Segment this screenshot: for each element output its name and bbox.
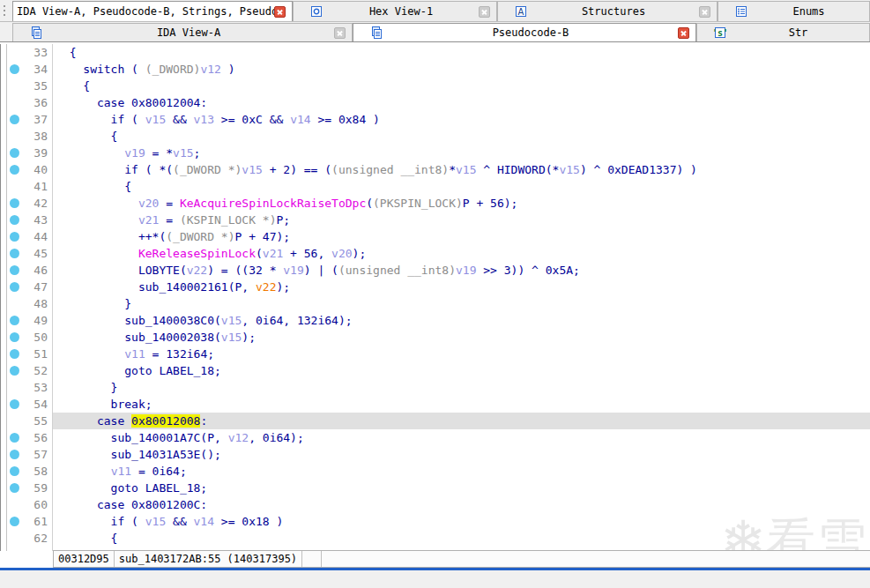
code-pane[interactable]: 33 {34 switch ( (_DWORD)v12 )35 {36 case… [0,44,870,551]
code-text[interactable]: { [53,78,870,94]
tab-structures[interactable]: AStructures [497,1,718,21]
code-text[interactable]: if ( v15 && v14 >= 0x18 ) [53,513,870,530]
code-text[interactable]: } [53,295,870,312]
code-text[interactable]: { [53,44,870,61]
breakpoint-gutter[interactable] [7,396,23,413]
breakpoint-gutter[interactable] [7,279,23,295]
code-line[interactable]: 40 if ( *((_DWORD *)v15 + 2) == ((unsign… [0,161,870,178]
breakpoint-gutter[interactable] [7,94,23,111]
breakpoint-dot[interactable] [10,232,19,242]
breakpoint-dot[interactable] [10,349,19,359]
code-line[interactable]: 53 } [0,379,870,396]
code-line[interactable]: 45 KeReleaseSpinLock(v21 + 56, v20); [0,245,870,262]
code-line[interactable]: 34 switch ( (_DWORD)v12 ) [0,61,870,78]
tab-ida-view-a[interactable]: IDA View-A [12,23,353,41]
code-line[interactable]: 56 sub_140001A7C(P, v12, 0i64); [0,429,870,446]
breakpoint-gutter[interactable] [7,295,23,312]
code-text[interactable]: goto LABEL_18; [53,362,870,379]
breakpoint-gutter[interactable] [7,78,23,94]
breakpoint-gutter[interactable] [7,530,23,547]
code-text[interactable]: sub_140001A7C(P, v12, 0i64); [53,429,870,446]
code-line[interactable]: 61 if ( v15 && v14 >= 0x18 ) [0,513,870,530]
code-text[interactable]: break; [53,396,870,413]
breakpoint-gutter[interactable] [7,463,23,480]
code-text[interactable]: sub_140002161(P, v22); [53,279,870,295]
code-line[interactable]: 36 case 0x80012004: [0,94,870,111]
code-text[interactable]: if ( v15 && v13 >= 0xC && v14 >= 0x84 ) [53,111,870,128]
code-line[interactable]: 60 case 0x8001200C: [0,496,870,513]
breakpoint-dot[interactable] [10,215,19,225]
breakpoint-gutter[interactable] [7,362,23,379]
breakpoint-gutter[interactable] [7,312,23,329]
tab-ida-view-a-pseudocode-b-strings-pseudocode-a[interactable]: IDA View-A, Pseudocode-B, Strings, Pseud… [12,1,293,21]
breakpoint-gutter[interactable] [7,228,23,245]
code-text[interactable]: { [53,128,870,145]
breakpoint-gutter[interactable] [7,446,23,463]
code-text[interactable]: sub_1400038C0(v15, 0i64, 132i64); [53,312,870,329]
code-line[interactable]: 39 v19 = *v15; [0,145,870,161]
breakpoint-gutter[interactable] [7,161,23,178]
toolbar-grip[interactable] [0,0,12,21]
breakpoint-dot[interactable] [10,366,19,376]
breakpoint-dot[interactable] [10,466,19,476]
code-line[interactable]: 42 v20 = KeAcquireSpinLockRaiseToDpc((PK… [0,195,870,212]
breakpoint-gutter[interactable] [7,413,23,429]
breakpoint-gutter[interactable] [7,145,23,161]
breakpoint-gutter[interactable] [7,480,23,496]
close-icon[interactable] [274,6,286,18]
breakpoint-dot[interactable] [10,165,19,175]
close-icon[interactable] [334,27,346,39]
code-line[interactable]: 62 { [0,530,870,547]
toolbar-grip[interactable] [0,22,12,41]
code-line[interactable]: 48 } [0,295,870,312]
code-line[interactable]: 49 sub_1400038C0(v15, 0i64, 132i64); [0,312,870,329]
close-icon[interactable] [479,6,490,18]
tab-pseudocode-b[interactable]: Pseudocode-B [353,23,696,41]
breakpoint-gutter[interactable] [7,513,23,530]
breakpoint-gutter[interactable] [7,245,23,262]
breakpoint-dot[interactable] [10,148,19,158]
tab-str[interactable]: 's'Str [696,23,870,41]
code-line[interactable]: 43 v21 = (KSPIN_LOCK *)P; [0,212,870,228]
code-text[interactable]: switch ( (_DWORD)v12 ) [53,61,870,78]
breakpoint-dot[interactable] [10,249,19,258]
code-line[interactable]: 59 goto LABEL_18; [0,480,870,496]
code-text[interactable]: ++*((_DWORD *)P + 47); [53,228,870,245]
code-text[interactable]: case 0x80012008: [53,413,870,429]
code-line[interactable]: 46 LOBYTE(v22) = ((32 * v19) | ((unsigne… [0,262,870,279]
breakpoint-dot[interactable] [10,517,19,526]
code-line[interactable]: 41 { [0,178,870,195]
code-line[interactable]: 35 { [0,78,870,94]
close-icon[interactable] [678,27,689,39]
code-text[interactable]: } [53,379,870,396]
code-line[interactable]: 38 { [0,128,870,145]
breakpoint-dot[interactable] [10,483,19,493]
breakpoint-gutter[interactable] [7,496,23,513]
code-text[interactable]: v19 = *v15; [53,145,870,161]
code-line[interactable]: 54 break; [0,396,870,413]
code-line[interactable]: 33 { [0,44,870,61]
breakpoint-gutter[interactable] [7,44,23,61]
breakpoint-dot[interactable] [10,198,19,208]
code-text[interactable]: v11 = 132i64; [53,346,870,362]
breakpoint-dot[interactable] [10,399,19,409]
code-text[interactable]: sub_140002038(v15); [53,329,870,346]
code-line[interactable]: 47 sub_140002161(P, v22); [0,279,870,295]
tab-hex-view-1[interactable]: Hex View-1 [293,1,497,21]
breakpoint-dot[interactable] [10,316,19,325]
breakpoint-dot[interactable] [10,282,19,292]
tab-enums[interactable]: Enums [718,1,870,21]
code-text[interactable]: { [53,178,870,195]
code-text[interactable]: v11 = 0i64; [53,463,870,480]
code-text[interactable]: case 0x8001200C: [53,496,870,513]
code-text[interactable]: v21 = (KSPIN_LOCK *)P; [53,212,870,228]
breakpoint-dot[interactable] [10,332,19,342]
code-line[interactable]: 58 v11 = 0i64; [0,463,870,480]
code-text[interactable]: goto LABEL_18; [53,480,870,496]
breakpoint-dot[interactable] [10,265,19,275]
code-text[interactable]: KeReleaseSpinLock(v21 + 56, v20); [53,245,870,262]
code-line[interactable]: 55 case 0x80012008: [0,413,870,429]
code-line[interactable]: 37 if ( v15 && v13 >= 0xC && v14 >= 0x84… [0,111,870,128]
code-text[interactable]: LOBYTE(v22) = ((32 * v19) | ((unsigned _… [53,262,870,279]
code-text[interactable]: sub_14031A53E(); [53,446,870,463]
